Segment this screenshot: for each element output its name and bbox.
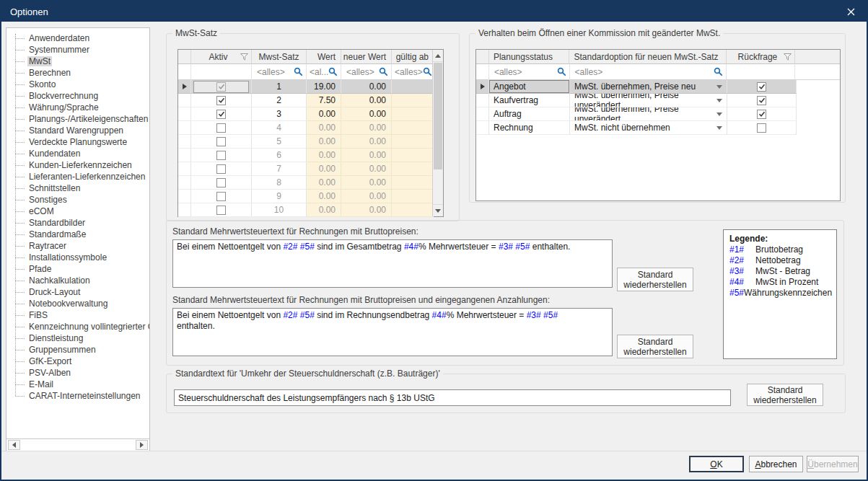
dropdown-arrow-icon[interactable] [716, 85, 722, 89]
checkbox[interactable] [216, 164, 226, 174]
aktiv-cell[interactable] [191, 203, 252, 217]
neuer-wert-cell[interactable]: 0.00 [341, 80, 392, 94]
standardoption-dropdown-cell[interactable]: MwSt. nicht übernehmen [570, 121, 727, 135]
checkbox[interactable] [757, 123, 766, 133]
checkbox[interactable] [216, 192, 226, 201]
sidebar-item[interactable]: Verdeckte Planungswerte [6, 136, 149, 148]
column-header-neuer-wert[interactable]: neuer Wert [341, 50, 392, 64]
sidebar-item[interactable]: PSV-Alben [6, 367, 149, 379]
sidebar-item[interactable]: Pfade [6, 263, 149, 275]
table-row[interactable]: AuftragMwSt. übernehmen, Preise unveränd… [476, 107, 840, 121]
checkbox[interactable] [216, 123, 226, 133]
gueltig-ab-cell[interactable] [392, 80, 434, 94]
close-icon[interactable] [845, 6, 856, 17]
wert-cell[interactable]: 0.00 [307, 176, 341, 190]
scroll-right-icon[interactable] [136, 440, 148, 450]
gueltig-ab-cell[interactable] [392, 107, 434, 121]
sidebar-item[interactable]: Kunden-Lieferkennzeichen [6, 159, 149, 171]
sidebar-item[interactable]: Druck-Layout [6, 286, 149, 298]
aktiv-cell[interactable] [191, 135, 252, 149]
aktiv-cell[interactable] [191, 121, 252, 135]
filter-neuer-wert[interactable]: <alles> [341, 64, 392, 80]
reverse-charge-input[interactable]: Steuerschuldnerschaft des Leistungsempfä… [174, 389, 731, 406]
rueckfrage-cell[interactable] [727, 107, 797, 121]
column-header-aktiv[interactable]: Aktiv [191, 50, 252, 64]
mwst-satz-cell[interactable]: 2 [252, 94, 307, 107]
standardoption-dropdown-cell[interactable]: MwSt. übernehmen, Preise unverändert [570, 107, 727, 121]
gueltig-ab-cell[interactable] [392, 121, 434, 135]
sidebar-item[interactable]: CARAT-Interneteinstellungen [6, 390, 149, 402]
filter-standardoption[interactable]: <alles> [570, 64, 727, 80]
aktiv-cell[interactable] [191, 94, 252, 107]
aktiv-cell[interactable] [191, 107, 252, 121]
filter-rueckfrage[interactable] [727, 64, 796, 80]
checkbox[interactable] [757, 110, 766, 119]
sidebar-horizontal-scrollbar[interactable] [6, 438, 149, 451]
mwst-satz-cell[interactable]: 1 [252, 80, 307, 94]
column-header-rueckfrage[interactable]: Rückfrage [727, 50, 796, 64]
mwst-satz-cell[interactable]: 4 [252, 121, 307, 135]
aktiv-cell[interactable] [191, 176, 252, 190]
dropdown-arrow-icon[interactable] [716, 112, 722, 116]
wert-cell[interactable]: 0.00 [307, 203, 341, 217]
sidebar-item[interactable]: Standardbilder [6, 217, 149, 229]
mwst-satz-cell[interactable]: 10 [252, 203, 307, 217]
sidebar-item[interactable]: Systemnummer [6, 44, 149, 56]
scroll-up-icon[interactable] [433, 50, 443, 62]
aktiv-cell[interactable] [191, 80, 252, 94]
table-row[interactable]: RechnungMwSt. nicht übernehmen [476, 121, 840, 135]
aktiv-cell[interactable] [191, 190, 252, 203]
sidebar-item[interactable]: Gruppensummen [6, 344, 149, 356]
scrollbar-thumb[interactable] [434, 63, 442, 169]
restore-default-button-3[interactable]: Standard wiederherstellen [747, 384, 823, 406]
gueltig-ab-cell[interactable] [392, 149, 434, 162]
sidebar-item[interactable]: Kundendaten [6, 148, 149, 159]
gueltig-ab-cell[interactable] [392, 176, 434, 190]
rueckfrage-cell[interactable] [727, 94, 797, 107]
column-header-standardoption[interactable]: Standardoption für neuen MwSt.-Satz [569, 50, 726, 64]
apply-button[interactable]: Übernehmen [807, 456, 859, 472]
neuer-wert-cell[interactable]: 0.00 [341, 121, 392, 135]
aktiv-cell[interactable] [191, 149, 252, 162]
mwst-satz-cell[interactable]: 5 [252, 135, 307, 149]
table-row[interactable]: KaufvertragMwSt. übernehmen, Preise unve… [476, 94, 840, 107]
mwst-table-vertical-scrollbar[interactable] [432, 50, 443, 216]
gueltig-ab-cell[interactable] [392, 190, 434, 203]
neuer-wert-cell[interactable]: 0.00 [341, 94, 392, 107]
mwst-satz-cell[interactable]: 3 [252, 107, 307, 121]
sidebar-item[interactable]: Planungs-/Artikeleigenschaften [6, 113, 149, 125]
checkbox[interactable] [216, 178, 226, 187]
rueckfrage-cell[interactable] [727, 121, 797, 135]
table-row[interactable]: 70.000.00 [178, 162, 443, 176]
sidebar-item[interactable]: eCOM [6, 206, 149, 217]
mwst-satz-cell[interactable]: 7 [252, 162, 307, 176]
cancel-button[interactable]: Abbrechen [749, 456, 803, 472]
restore-default-button-2[interactable]: Standard wiederherstellen [617, 335, 693, 358]
wert-cell[interactable]: 0.00 [307, 107, 341, 121]
sidebar-item[interactable]: FiBS [6, 309, 149, 321]
sidebar-item[interactable]: Installationssymbole [6, 252, 149, 263]
planungsstatus-cell[interactable]: Angebot [489, 80, 570, 94]
wert-cell[interactable]: 0.00 [307, 190, 341, 203]
column-header-mwst-satz[interactable]: Mwst-Satz [252, 50, 307, 64]
table-row[interactable]: 100.000.00 [178, 203, 443, 217]
checkbox[interactable] [757, 82, 766, 92]
planungsstatus-cell[interactable]: Kaufvertrag [489, 94, 570, 107]
sidebar-item[interactable]: Lieferanten-Lieferkennzeichen [6, 171, 149, 182]
sidebar-item[interactable]: Schnittstellen [6, 182, 149, 194]
sidebar-item[interactable]: MwSt [6, 56, 149, 67]
filter-gueltig-ab[interactable]: <alles> [392, 64, 434, 80]
gueltig-ab-cell[interactable] [392, 203, 434, 217]
neuer-wert-cell[interactable]: 0.00 [341, 176, 392, 190]
checkbox[interactable] [216, 137, 226, 146]
wert-cell[interactable]: 0.00 [307, 149, 341, 162]
checkbox[interactable] [216, 206, 226, 215]
table-row[interactable]: 27.500.00 [178, 94, 443, 107]
ok-button[interactable]: OK [689, 456, 744, 472]
sidebar-item[interactable]: Standard Warengruppen [6, 125, 149, 136]
neuer-wert-cell[interactable]: 0.00 [341, 107, 392, 121]
wert-cell[interactable]: 7.50 [307, 94, 341, 107]
planungsstatus-cell[interactable]: Auftrag [489, 107, 570, 121]
column-header-gueltig-ab[interactable]: gültig ab [392, 50, 434, 64]
mwst-satz-cell[interactable]: 8 [252, 176, 307, 190]
